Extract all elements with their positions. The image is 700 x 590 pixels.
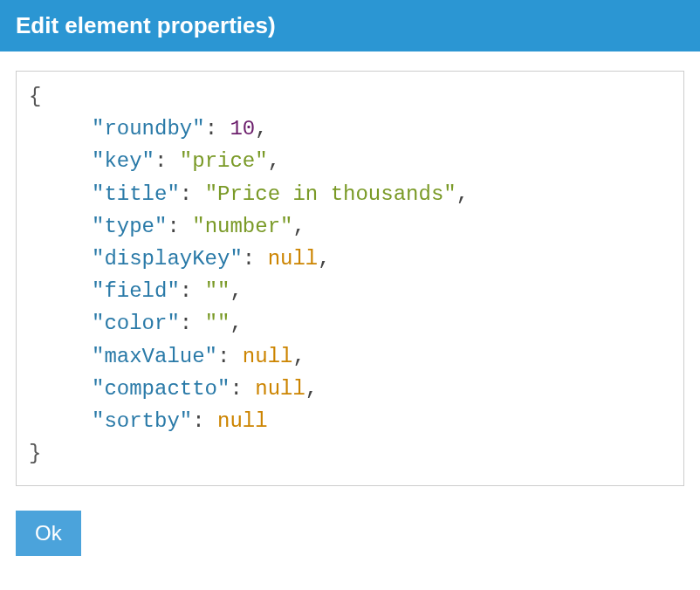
json-colon: :: [154, 149, 180, 173]
json-editor[interactable]: {"roundby": 10,"key": "price","title": "…: [16, 71, 684, 486]
dialog-body: {"roundby": 10,"key": "price","title": "…: [0, 51, 700, 495]
json-value: "Price in thousands": [205, 182, 456, 206]
brace-close: }: [29, 442, 41, 465]
json-value: null: [255, 377, 305, 401]
json-colon: :: [243, 247, 268, 271]
json-value: null: [243, 345, 293, 368]
json-colon: :: [180, 182, 205, 206]
json-key: "maxValue": [92, 345, 217, 368]
json-colon: :: [180, 312, 205, 335]
edit-properties-dialog: Edit element properties) {"roundby": 10,…: [0, 0, 700, 572]
json-key: "type": [92, 215, 167, 238]
json-comma: ,: [292, 215, 305, 238]
json-colon: :: [180, 279, 205, 303]
json-key: "field": [92, 279, 180, 303]
dialog-title: Edit element properties): [0, 0, 700, 51]
json-comma: ,: [292, 345, 305, 368]
json-comma: ,: [255, 117, 267, 141]
json-value: 10: [230, 117, 255, 141]
json-prop-line: "roundby": 10,: [29, 113, 671, 145]
json-key: "color": [92, 312, 180, 335]
json-open-brace: {: [29, 80, 671, 113]
json-key: "sortby": [92, 409, 192, 433]
json-prop-line: "type": "number",: [29, 210, 671, 243]
json-prop-line: "field": "",: [29, 275, 671, 307]
json-comma: ,: [230, 279, 242, 303]
json-prop-line: "displayKey": null,: [29, 243, 671, 275]
json-colon: :: [192, 409, 217, 433]
json-value: "": [205, 279, 230, 303]
json-value: null: [217, 409, 268, 433]
json-comma: ,: [318, 247, 330, 271]
brace-open: {: [29, 85, 41, 108]
json-prop-line: "color": "",: [29, 307, 671, 340]
json-key: "title": [92, 182, 180, 206]
json-key: "compactto": [92, 377, 230, 401]
ok-button[interactable]: Ok: [16, 511, 81, 556]
json-prop-line: "key": "price",: [29, 145, 671, 177]
json-prop-line: "maxValue": null,: [29, 340, 671, 373]
json-value: "": [205, 312, 230, 335]
json-colon: :: [205, 117, 230, 141]
json-key: "key": [92, 149, 154, 173]
json-value: null: [268, 247, 319, 271]
json-value: "price": [180, 149, 268, 173]
json-key: "displayKey": [92, 247, 243, 271]
json-colon: :: [230, 377, 255, 401]
json-prop-line: "title": "Price in thousands",: [29, 178, 671, 210]
json-colon: :: [167, 215, 192, 238]
json-comma: ,: [456, 182, 469, 206]
json-prop-line: "compactto": null,: [29, 373, 671, 405]
json-comma: ,: [230, 312, 242, 335]
json-colon: :: [217, 345, 243, 368]
json-value: "number": [192, 215, 292, 238]
json-comma: ,: [305, 377, 318, 401]
json-prop-line: "sortby": null: [29, 405, 671, 437]
json-key: "roundby": [92, 117, 205, 141]
json-comma: ,: [268, 149, 280, 173]
json-close-brace: }: [29, 437, 671, 470]
